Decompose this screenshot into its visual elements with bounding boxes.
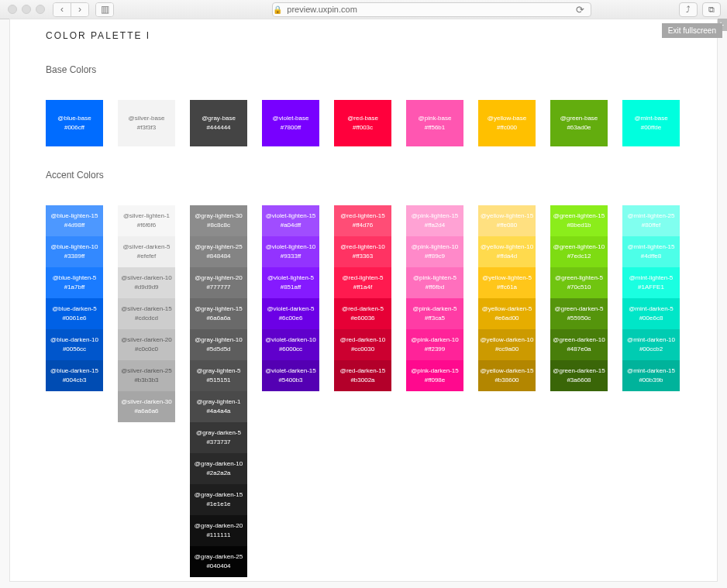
color-swatch: @green-darken-5#55950c xyxy=(550,298,608,329)
color-swatch: @gray-darken-15#1e1e1e xyxy=(190,484,247,515)
swatch-hex: #70c510 xyxy=(567,284,591,291)
swatch-hex: #cc9a00 xyxy=(495,346,519,353)
swatch-hex: #848484 xyxy=(206,253,230,260)
swatch-name: @red-base xyxy=(347,115,378,122)
swatch-hex: #00b39b xyxy=(639,377,663,384)
swatch-name: @green-lighten-10 xyxy=(553,243,605,251)
swatch-hex: #55950c xyxy=(567,315,591,322)
color-swatch: @mint-base#00ffde xyxy=(622,100,680,146)
color-swatch: @pink-base#ff56b1 xyxy=(406,100,463,146)
color-swatch: @violet-darken-10#6000cc xyxy=(262,329,319,360)
address-bar[interactable]: 🔒 preview.uxpin.com ⟳ xyxy=(272,2,591,17)
color-swatch: @violet-base#7800ff xyxy=(262,100,319,146)
swatch-hex: #777777 xyxy=(206,284,230,291)
color-swatch: @silver-darken-5#efefef xyxy=(118,236,175,267)
sidebar-toggle-button[interactable]: ▥ xyxy=(96,3,113,16)
swatch-hex: #3389ff xyxy=(64,253,85,260)
exit-fullscreen-button[interactable]: Exit fullscreen xyxy=(662,23,722,38)
color-swatch: @pink-darken-5#ff3ca5 xyxy=(406,298,463,329)
swatch-hex: #d9d9d9 xyxy=(134,284,158,291)
swatch-hex: #006cff xyxy=(64,124,84,132)
swatch-name: @silver-lighten-1 xyxy=(123,212,170,220)
color-swatch: @gray-lighten-30#8c8c8c xyxy=(190,205,247,236)
color-swatch: @green-lighten-10#7edc12 xyxy=(550,236,608,267)
swatch-name: @mint-darken-5 xyxy=(629,305,673,313)
reload-icon[interactable]: ⟳ xyxy=(576,4,584,15)
swatch-hex: #a04dff xyxy=(281,222,301,229)
color-swatch: @silver-lighten-1#f6f6f6 xyxy=(118,205,175,236)
swatch-hex: #ff2399 xyxy=(425,346,446,353)
color-swatch: @blue-base#006cff xyxy=(46,100,103,146)
swatch-hex: #3a6608 xyxy=(567,377,591,384)
swatch-name: @gray-lighten-1 xyxy=(196,398,240,406)
swatch-name: @yellow-lighten-15 xyxy=(481,212,533,220)
swatch-name: @yellow-darken-10 xyxy=(480,336,533,344)
color-swatch: @gray-darken-25#040404 xyxy=(190,546,247,577)
swatch-name: @blue-lighten-5 xyxy=(53,274,97,282)
color-swatch: @gray-lighten-15#6a6a6a xyxy=(190,298,247,329)
swatch-hex: #00ffde xyxy=(641,124,662,132)
page-viewport[interactable]: COLOR PALETTE I Base Colors @blue-base#0… xyxy=(9,19,718,582)
color-swatch: @green-base#63ad0e xyxy=(550,100,608,146)
swatch-hex: #f3f3f3 xyxy=(137,124,156,132)
swatch-name: @gray-darken-5 xyxy=(196,429,241,437)
swatch-name: @red-darken-10 xyxy=(340,336,385,344)
tabs-button[interactable]: ⧉ xyxy=(702,2,721,17)
color-swatch: @violet-darken-5#6c00e6 xyxy=(262,298,319,329)
swatch-hex: #e6ad00 xyxy=(494,315,519,322)
color-swatch: @gray-base#444444 xyxy=(190,100,247,146)
color-swatch: @gray-darken-10#2a2a2a xyxy=(190,453,247,484)
swatch-hex: #ff89c9 xyxy=(425,253,445,260)
swatch-name: @mint-darken-15 xyxy=(627,367,675,375)
color-swatch: @violet-darken-15#5400b3 xyxy=(262,360,319,391)
swatch-hex: #040404 xyxy=(206,562,230,570)
base-heading: Base Colors xyxy=(46,64,681,75)
color-swatch: @mint-lighten-5#1AFFE1 xyxy=(622,267,680,298)
swatch-hex: #7800ff xyxy=(281,124,301,132)
swatch-name: @gray-darken-10 xyxy=(195,460,243,468)
swatch-hex: #851aff xyxy=(281,284,301,291)
swatch-name: @yellow-base xyxy=(488,115,526,122)
color-swatch: @red-darken-10#cc0030 xyxy=(334,329,391,360)
swatch-name: @pink-base xyxy=(419,115,452,122)
share-button[interactable]: ⤴ xyxy=(679,2,698,17)
color-swatch: @mint-darken-15#00b39b xyxy=(622,360,680,391)
swatch-hex: #00e6c8 xyxy=(639,315,663,322)
swatch-name: @blue-darken-15 xyxy=(50,367,98,375)
minimize-window[interactable] xyxy=(22,5,31,14)
swatch-name: @silver-darken-25 xyxy=(121,367,171,375)
swatch-hex: #ffa2d4 xyxy=(425,222,446,229)
swatch-name: @violet-lighten-15 xyxy=(266,212,316,220)
color-swatch: @yellow-base#ffc000 xyxy=(478,100,536,146)
swatch-hex: #6000cc xyxy=(279,346,302,353)
maximize-window[interactable] xyxy=(36,5,45,14)
back-button[interactable]: ‹ xyxy=(53,3,71,16)
swatch-name: @mint-base xyxy=(634,115,667,122)
swatch-name: @gray-darken-25 xyxy=(195,553,243,561)
swatch-hex: #111111 xyxy=(206,531,230,539)
close-window[interactable] xyxy=(8,5,17,14)
forward-button[interactable]: › xyxy=(71,3,88,16)
color-swatch: @red-base#ff003c xyxy=(334,100,391,146)
swatch-hex: #2a2a2a xyxy=(206,469,230,477)
tabs-icon: ⧉ xyxy=(708,5,715,15)
color-swatch: @green-darken-15#3a6608 xyxy=(550,360,608,391)
swatch-hex: #0061e6 xyxy=(62,315,86,322)
swatch-hex: #1a7bff xyxy=(64,284,85,291)
swatch-name: @yellow-darken-5 xyxy=(482,305,532,313)
swatch-name: @blue-darken-5 xyxy=(52,305,96,313)
swatch-name: @red-darken-15 xyxy=(340,367,385,375)
swatch-name: @mint-darken-10 xyxy=(627,336,675,344)
color-swatch: @pink-lighten-5#ff6fbd xyxy=(406,267,463,298)
swatch-name: @silver-darken-15 xyxy=(121,305,171,313)
swatch-hex: #ffc61a xyxy=(497,284,517,291)
swatch-name: @pink-darken-5 xyxy=(412,305,457,313)
swatch-hex: #63ad0e xyxy=(567,124,591,132)
color-swatch: @mint-lighten-15#4dffe8 xyxy=(622,236,680,267)
swatch-hex: #7edc12 xyxy=(567,253,591,260)
chevron-left-icon: ‹ xyxy=(60,4,64,15)
swatch-name: @gray-lighten-20 xyxy=(195,274,242,282)
swatch-name: @blue-lighten-10 xyxy=(50,243,98,251)
swatch-name: @violet-lighten-5 xyxy=(267,274,314,282)
color-swatch: @blue-darken-15#004cb3 xyxy=(46,360,103,391)
